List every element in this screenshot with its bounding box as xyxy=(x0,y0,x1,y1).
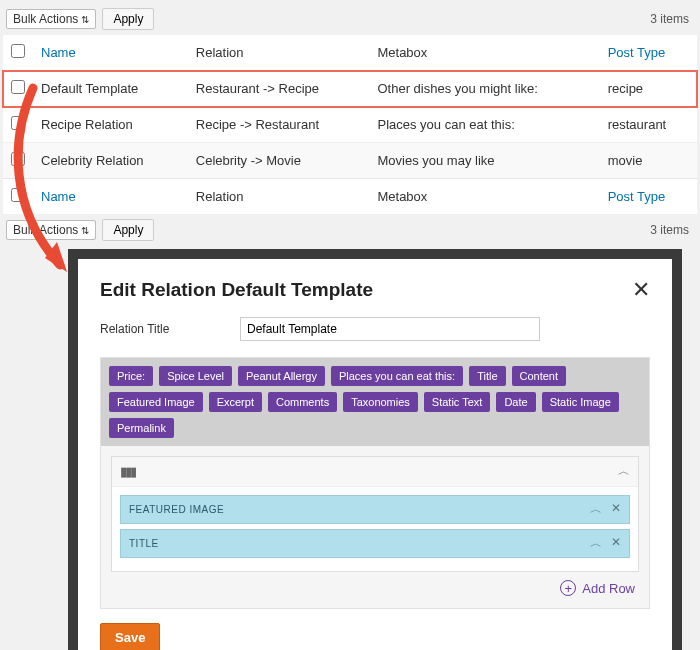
add-row-button[interactable]: + Add Row xyxy=(560,580,635,596)
column-name-footer[interactable]: Name xyxy=(33,179,188,215)
column-relation-footer: Relation xyxy=(188,179,370,215)
save-button[interactable]: Save xyxy=(100,623,160,650)
select-arrow-icon-bottom xyxy=(81,223,89,237)
column-name[interactable]: Name xyxy=(33,35,188,71)
row-name[interactable]: Celebrity Relation xyxy=(33,143,188,179)
remove-icon[interactable]: ✕ xyxy=(611,501,622,518)
admin-table-section: Bulk Actions Apply 3 items Name Relation… xyxy=(0,0,700,249)
builder-panel: Price:Spice LevelPeanut AllergyPlaces yo… xyxy=(100,357,650,609)
table-row[interactable]: Celebrity Relation Celebrity -> Movie Mo… xyxy=(3,143,697,179)
row-relation: Recipe -> Restaurant xyxy=(188,107,370,143)
row-metabox: Movies you may like xyxy=(369,143,599,179)
field-tag[interactable]: Taxonomies xyxy=(343,392,418,412)
builder-item-label: FEATURED IMAGE xyxy=(129,504,224,515)
field-tag[interactable]: Spice Level xyxy=(159,366,232,386)
select-all-footer-checkbox[interactable] xyxy=(11,188,25,202)
table-footer-row: Name Relation Metabox Post Type xyxy=(3,179,697,215)
field-tag[interactable]: Content xyxy=(512,366,567,386)
field-tag[interactable]: Permalink xyxy=(109,418,174,438)
row-checkbox[interactable] xyxy=(11,80,25,94)
column-post-type[interactable]: Post Type xyxy=(600,35,697,71)
chevron-up-icon[interactable]: ︿ xyxy=(590,535,603,552)
add-row-label: Add Row xyxy=(582,581,635,596)
select-all-checkbox[interactable] xyxy=(11,44,25,58)
builder-item[interactable]: TITLE ︿ ✕ xyxy=(120,529,630,558)
row-checkbox[interactable] xyxy=(11,152,25,166)
layout-builder: ▮▮▮ ︿ FEATURED IMAGE ︿ ✕ TITLE ︿ ✕ xyxy=(111,456,639,572)
relations-table: Name Relation Metabox Post Type Default … xyxy=(3,35,697,214)
field-tag[interactable]: Excerpt xyxy=(209,392,262,412)
field-tag[interactable]: Price: xyxy=(109,366,153,386)
table-row[interactable]: Default Template Restaurant -> Recipe Ot… xyxy=(3,71,697,107)
chevron-up-icon[interactable]: ︿ xyxy=(590,501,603,518)
field-tag[interactable]: Peanut Allergy xyxy=(238,366,325,386)
column-metabox-footer: Metabox xyxy=(369,179,599,215)
row-relation: Celebrity -> Movie xyxy=(188,143,370,179)
field-tag[interactable]: Comments xyxy=(268,392,337,412)
modal-backdrop: Edit Relation Default Template ✕ Relatio… xyxy=(68,249,682,650)
bulk-actions-bottom: Bulk Actions Apply 3 items xyxy=(3,214,697,246)
field-tag[interactable]: Places you can eat this: xyxy=(331,366,463,386)
apply-button[interactable]: Apply xyxy=(102,8,154,30)
bulk-actions-select[interactable]: Bulk Actions xyxy=(6,9,96,29)
remove-icon[interactable]: ✕ xyxy=(611,535,622,552)
row-post-type: restaurant xyxy=(600,107,697,143)
select-arrow-icon xyxy=(81,12,89,26)
bulk-actions-top: Bulk Actions Apply 3 items xyxy=(3,3,697,35)
field-tag[interactable]: Static Image xyxy=(542,392,619,412)
row-metabox: Other dishes you might like: xyxy=(369,71,599,107)
builder-item[interactable]: FEATURED IMAGE ︿ ✕ xyxy=(120,495,630,524)
row-name[interactable]: Default Template xyxy=(33,71,188,107)
field-tag[interactable]: Featured Image xyxy=(109,392,203,412)
row-post-type: movie xyxy=(600,143,697,179)
column-metabox: Metabox xyxy=(369,35,599,71)
field-palette: Price:Spice LevelPeanut AllergyPlaces yo… xyxy=(101,358,649,446)
bulk-actions-label-bottom: Bulk Actions xyxy=(13,223,78,237)
drag-handle-icon[interactable]: ▮▮▮ xyxy=(120,464,135,479)
builder-item-label: TITLE xyxy=(129,538,159,549)
field-tag[interactable]: Date xyxy=(496,392,535,412)
row-name[interactable]: Recipe Relation xyxy=(33,107,188,143)
item-count-bottom: 3 items xyxy=(650,223,694,237)
modal-title: Edit Relation Default Template xyxy=(100,279,373,301)
field-tag[interactable]: Title xyxy=(469,366,505,386)
bulk-actions-select-bottom[interactable]: Bulk Actions xyxy=(6,220,96,240)
table-row[interactable]: Recipe Relation Recipe -> Restaurant Pla… xyxy=(3,107,697,143)
row-post-type: recipe xyxy=(600,71,697,107)
relation-title-label: Relation Title xyxy=(100,322,240,336)
item-count: 3 items xyxy=(650,12,694,26)
bulk-actions-label: Bulk Actions xyxy=(13,12,78,26)
row-checkbox[interactable] xyxy=(11,116,25,130)
apply-button-bottom[interactable]: Apply xyxy=(102,219,154,241)
column-post-type-footer[interactable]: Post Type xyxy=(600,179,697,215)
edit-relation-modal: Edit Relation Default Template ✕ Relatio… xyxy=(78,259,672,650)
row-relation: Restaurant -> Recipe xyxy=(188,71,370,107)
plus-icon: + xyxy=(560,580,576,596)
column-relation: Relation xyxy=(188,35,370,71)
row-metabox: Places you can eat this: xyxy=(369,107,599,143)
table-header-row: Name Relation Metabox Post Type xyxy=(3,35,697,71)
close-icon[interactable]: ✕ xyxy=(632,279,650,301)
chevron-up-icon[interactable]: ︿ xyxy=(618,463,630,480)
relation-title-input[interactable] xyxy=(240,317,540,341)
field-tag[interactable]: Static Text xyxy=(424,392,491,412)
